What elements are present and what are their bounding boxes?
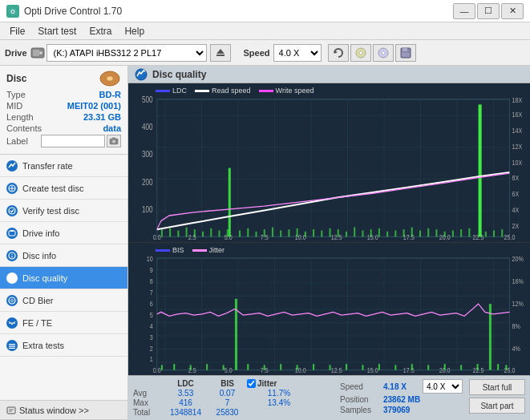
speed-stat-label: Speed <box>340 382 380 391</box>
svg-rect-99 <box>411 228 413 237</box>
start-part-button[interactable]: Start part <box>469 398 525 414</box>
max-jitter: 13.4% <box>247 398 311 407</box>
svg-rect-146 <box>264 365 265 370</box>
svg-rect-13 <box>403 48 407 51</box>
svg-text:8: 8 <box>150 277 153 285</box>
avg-bis: 0.07 <box>209 389 245 398</box>
svg-point-11 <box>382 51 385 55</box>
disc-button[interactable] <box>373 44 394 62</box>
avg-row: Avg 3.53 0.07 11.7% <box>133 389 337 398</box>
svg-text:9: 9 <box>150 266 153 274</box>
create-test-disc-icon <box>6 183 18 194</box>
sidebar-item-transfer-rate[interactable]: Transfer rate <box>0 155 127 177</box>
svg-rect-90 <box>338 229 339 236</box>
sidebar-item-create-test-disc[interactable]: Create test disc <box>0 177 127 200</box>
svg-text:400: 400 <box>142 122 153 131</box>
maximize-button[interactable]: ☐ <box>477 3 500 19</box>
start-full-button[interactable]: Start full <box>469 379 525 395</box>
quality-header-icon <box>135 68 148 81</box>
svg-rect-94 <box>370 229 372 236</box>
samples-row: Samples 379069 <box>340 406 463 414</box>
chart-bis: BIS Jitter 10 <box>128 243 530 375</box>
svg-rect-88 <box>321 230 322 236</box>
svg-rect-76 <box>218 230 220 236</box>
transfer-rate-icon <box>6 160 18 172</box>
svg-text:18X: 18X <box>512 96 523 104</box>
svg-rect-85 <box>297 228 298 237</box>
cd-bier-icon <box>6 295 18 306</box>
svg-rect-155 <box>411 364 413 370</box>
menu-start-test[interactable]: Start test <box>31 24 83 38</box>
content-area: Disc quality LDC Read speed <box>128 66 530 420</box>
total-bis: 25830 <box>209 408 245 417</box>
save-button[interactable] <box>395 44 416 62</box>
sidebar-item-fe-te[interactable]: FE / TE <box>0 312 127 334</box>
svg-rect-86 <box>305 232 306 237</box>
samples-label: Samples <box>340 406 380 414</box>
speed-selector[interactable]: 4.0 X <box>273 44 322 62</box>
svg-text:2.5: 2.5 <box>188 367 196 375</box>
svg-text:8X: 8X <box>512 175 520 183</box>
avg-label: Avg <box>133 389 162 398</box>
drive-info-label: Drive info <box>22 228 59 238</box>
label-field-label: Label <box>6 136 28 146</box>
fe-te-icon <box>6 317 18 329</box>
svg-rect-154 <box>394 365 396 370</box>
sidebar-status: Status window >> <box>0 400 127 420</box>
sidebar-item-cd-bier[interactable]: CD Bier <box>0 289 127 312</box>
sidebar-item-disc-info[interactable]: Disc info <box>0 244 127 267</box>
svg-marker-5 <box>216 49 225 54</box>
type-label: Type <box>6 90 26 99</box>
cd-icon-button[interactable] <box>350 44 371 62</box>
svg-rect-100 <box>419 230 421 236</box>
svg-rect-92 <box>354 228 355 237</box>
chart2-legend: BIS Jitter <box>152 244 228 256</box>
close-button[interactable]: ✕ <box>501 3 524 19</box>
svg-text:5: 5 <box>150 311 153 319</box>
svg-rect-149 <box>313 364 314 370</box>
sidebar-item-extra-tests[interactable]: Extra tests <box>0 334 127 357</box>
menu-file[interactable]: File <box>3 24 31 38</box>
svg-text:5.0: 5.0 <box>225 367 233 375</box>
drive-info-icon <box>6 228 18 239</box>
speed-row: Speed 4.18 X 4.0 X <box>340 379 463 394</box>
label-input[interactable] <box>41 135 105 147</box>
svg-rect-97 <box>394 230 396 236</box>
stats-table: LDC BIS Jitter Avg 3.53 0.07 11.7% <box>133 379 337 417</box>
svg-text:8%: 8% <box>512 322 520 330</box>
svg-rect-101 <box>427 228 429 237</box>
menu-help[interactable]: Help <box>118 24 151 38</box>
sidebar-item-disc-quality[interactable]: Disc quality <box>0 267 127 289</box>
status-window-button[interactable]: Status window >> <box>0 401 127 420</box>
cd-bier-label: CD Bier <box>22 296 54 305</box>
sidebar-item-verify-test-disc[interactable]: Verify test disc <box>0 200 127 222</box>
svg-text:500: 500 <box>142 95 153 104</box>
fe-te-label: FE / TE <box>22 318 52 328</box>
svg-text:4: 4 <box>150 322 153 330</box>
minimize-button[interactable]: — <box>453 3 475 19</box>
speed-select-stats[interactable]: 4.0 X <box>423 379 463 394</box>
disc-panel: Disc Type BD-R MID MEIT02 (001) Length 2… <box>0 66 127 155</box>
svg-rect-83 <box>280 230 281 236</box>
eject-button[interactable] <box>210 44 231 62</box>
sidebar: Disc Type BD-R MID MEIT02 (001) Length 2… <box>0 66 128 420</box>
svg-point-18 <box>112 140 115 143</box>
svg-marker-7 <box>334 50 338 54</box>
legend-jitter-text: Jitter <box>209 246 225 254</box>
length-value: 23.31 GB <box>83 112 121 122</box>
legend-ldc: LDC <box>156 87 187 95</box>
camera-button[interactable] <box>107 135 121 147</box>
jitter-checkbox[interactable] <box>247 379 256 388</box>
refresh-button[interactable] <box>328 44 349 62</box>
svg-text:100: 100 <box>142 204 153 214</box>
menu-extra[interactable]: Extra <box>83 24 118 38</box>
svg-rect-157 <box>444 364 446 370</box>
sidebar-item-drive-info[interactable]: Drive info <box>0 222 127 244</box>
svg-rect-140 <box>173 364 175 370</box>
verify-test-disc-label: Verify test disc <box>22 206 79 216</box>
svg-text:GB: GB <box>505 374 513 375</box>
drive-selector[interactable]: (K:) ATAPI iHBS312 2 PL17 <box>47 44 207 62</box>
svg-text:12.5: 12.5 <box>331 367 342 375</box>
legend-ldc-color <box>156 90 170 92</box>
svg-rect-147 <box>280 364 281 370</box>
